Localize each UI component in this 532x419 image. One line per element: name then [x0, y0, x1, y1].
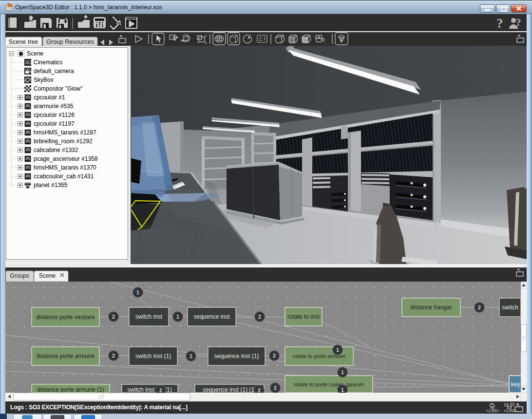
svg-text:2: 2: [159, 387, 162, 393]
svg-text:2: 2: [258, 314, 261, 320]
svg-text:2: 2: [478, 305, 481, 310]
svg-text:distance hangar: distance hangar: [410, 304, 452, 311]
svg-text:1: 1: [176, 314, 179, 320]
svg-text:Group Resources: Group Resources: [46, 38, 94, 45]
svg-text:2: 2: [112, 314, 115, 320]
svg-text:<L06>: <L06>: [486, 409, 499, 414]
svg-text:rotate to inst: rotate to inst: [287, 313, 320, 320]
svg-text:2: 2: [112, 353, 115, 359]
svg-text:Groups: Groups: [10, 272, 29, 279]
svg-text:distance porte armurie (1): distance porte armurie (1): [37, 386, 104, 393]
svg-text:distance porte armurie: distance porte armurie: [37, 353, 95, 360]
svg-text:Scene: Scene: [39, 272, 56, 279]
svg-text:2: 2: [274, 385, 277, 391]
svg-text:1: 1: [190, 353, 192, 359]
svg-text:switch inst (1): switch inst (1): [135, 353, 171, 360]
svg-text:sequence inst (1) (1): sequence inst (1) (1): [203, 386, 256, 393]
svg-text:switch inst: switch inst: [135, 313, 163, 320]
svg-text:1: 1: [336, 347, 339, 353]
svg-text:distance porte vestiare: distance porte vestiare: [36, 314, 95, 321]
svg-text:1: 1: [341, 387, 344, 393]
svg-text:rotate to porte casier_gauceh: rotate to porte casier_gauceh: [294, 381, 363, 387]
svg-text:switch: switch: [502, 304, 518, 311]
svg-text:2: 2: [258, 387, 261, 393]
svg-text:sequence inst (1): sequence inst (1): [214, 353, 259, 360]
svg-text:Scene tree: Scene tree: [9, 38, 38, 45]
svg-text:sequence inst: sequence inst: [193, 313, 230, 320]
svg-text:?: ?: [496, 16, 503, 31]
svg-text:key: key: [511, 381, 520, 388]
svg-text:?: ?: [516, 17, 521, 28]
svg-text:1: 1: [341, 369, 344, 375]
svg-text:1: 1: [136, 289, 139, 295]
svg-text:2: 2: [273, 353, 276, 359]
